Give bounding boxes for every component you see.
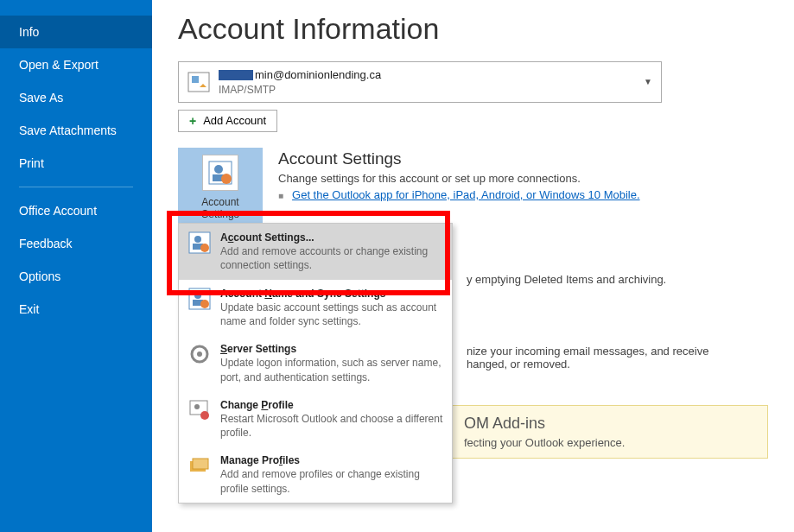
folders-icon <box>187 453 212 478</box>
rules-partial-text-1: nize your incoming email messages, and r… <box>467 345 768 358</box>
account-settings-heading: Account Settings <box>278 149 768 168</box>
get-outlook-app-link[interactable]: Get the Outlook app for iPhone, iPad, An… <box>292 188 640 201</box>
account-type: IMAP/SMTP <box>219 83 381 97</box>
sidebar-item-save-as[interactable]: Save As <box>0 81 152 114</box>
sidebar-item-office-account[interactable]: Office Account <box>0 194 152 227</box>
svg-point-18 <box>200 411 209 420</box>
svg-point-15 <box>197 352 202 357</box>
menu-item-name-sync[interactable]: Account Name and Sync Settings Update ba… <box>179 280 452 336</box>
sidebar-item-exit[interactable]: Exit <box>0 293 152 326</box>
account-info: min@dominionlending.ca IMAP/SMTP <box>219 67 381 97</box>
addins-desc-partial: fecting your Outlook experience. <box>464 436 755 449</box>
redacted-block <box>219 70 253 80</box>
account-settings-dropdown: Account Settings... Add and remove accou… <box>178 223 453 504</box>
sidebar-item-info[interactable]: Info <box>0 16 152 48</box>
addins-title-partial: OM Add-ins <box>464 415 755 433</box>
sidebar-item-save-attachments[interactable]: Save Attachments <box>0 114 152 147</box>
sidebar-divider <box>19 187 133 187</box>
menu-item-manage-profiles[interactable]: Manage Profiles Add and remove profiles … <box>179 446 452 503</box>
plus-icon: + <box>189 114 196 128</box>
svg-rect-20 <box>193 459 208 469</box>
sidebar-item-feedback[interactable]: Feedback <box>0 227 152 260</box>
menu-desc: Restart Microsoft Outlook and choose a d… <box>220 412 443 440</box>
svg-point-11 <box>194 292 201 299</box>
menu-desc: Add and remove accounts or change existi… <box>220 244 443 272</box>
mailbox-partial-text: y emptying Deleted Items and archiving. <box>467 273 768 286</box>
account-icon <box>187 72 210 92</box>
svg-point-5 <box>221 174 232 184</box>
sidebar-item-options[interactable]: Options <box>0 260 152 293</box>
page-title: Account Information <box>178 12 768 46</box>
svg-point-9 <box>200 244 209 252</box>
svg-point-13 <box>200 300 209 308</box>
svg-point-17 <box>194 404 200 409</box>
gear-icon <box>187 342 212 366</box>
bullet-icon: ■ <box>278 191 283 200</box>
menu-desc: Update basic account settings such as ac… <box>220 301 443 328</box>
menu-item-server-settings[interactable]: Server Settings Update logon information… <box>179 335 452 391</box>
account-settings-button-label: Account Settings <box>181 196 259 221</box>
account-email-suffix: min@dominionlending.ca <box>255 68 381 81</box>
account-settings-icon <box>187 231 212 255</box>
menu-item-account-settings[interactable]: Account Settings... Add and remove accou… <box>179 224 452 280</box>
add-account-label: Add Account <box>203 114 266 127</box>
account-sync-icon <box>187 287 212 311</box>
menu-desc: Add and remove profiles or change existi… <box>220 467 443 495</box>
add-account-button[interactable]: + Add Account <box>178 110 277 132</box>
sidebar-item-open-export[interactable]: Open & Export <box>0 48 152 81</box>
rules-partial-text-2: hanged, or removed. <box>467 358 768 370</box>
account-settings-icon <box>202 155 238 191</box>
account-selector[interactable]: min@dominionlending.ca IMAP/SMTP ▼ <box>178 61 662 103</box>
menu-desc: Update logon information, such as server… <box>220 356 443 383</box>
chevron-down-icon: ▼ <box>644 77 652 86</box>
addins-warning-box: OM Add-ins fecting your Outlook experien… <box>451 405 768 459</box>
svg-rect-1 <box>192 76 199 83</box>
menu-item-change-profile[interactable]: Change Profile Restart Microsoft Outlook… <box>179 391 452 447</box>
svg-point-7 <box>194 236 201 243</box>
sidebar-item-print[interactable]: Print <box>0 147 152 180</box>
account-settings-desc: Change settings for this account or set … <box>278 172 768 185</box>
profile-icon <box>187 398 212 422</box>
backstage-sidebar: Info Open & Export Save As Save Attachme… <box>0 0 152 532</box>
svg-point-3 <box>214 165 223 174</box>
